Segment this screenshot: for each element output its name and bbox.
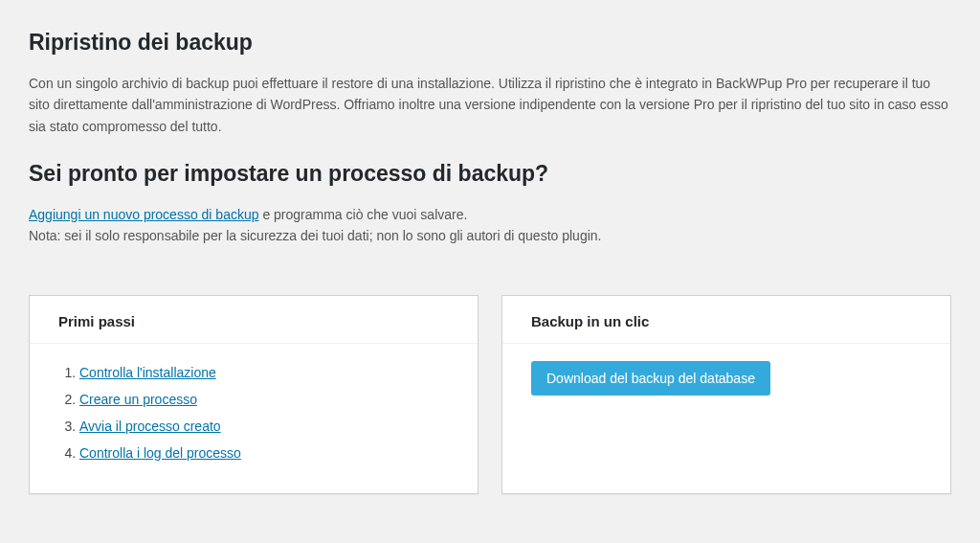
boxes-row: Primi passi Controlla l'installazione Cr…: [29, 295, 951, 494]
list-item: Controlla l'installazione: [79, 359, 458, 386]
list-item: Avvia il processo creato: [79, 413, 458, 440]
add-job-link[interactable]: Aggiungi un nuovo processo di backup: [29, 207, 259, 222]
download-db-backup-button[interactable]: Download del backup del database: [531, 361, 770, 396]
step-link-run-job[interactable]: Avvia il processo creato: [79, 419, 221, 434]
step-link-create-job[interactable]: Creare un processo: [79, 392, 197, 407]
one-click-title: Backup in un clic: [502, 296, 950, 344]
restore-heading: Ripristino dei backup: [29, 29, 951, 57]
list-item: Controlla i log del processo: [79, 440, 458, 466]
list-item: Creare un processo: [79, 386, 458, 413]
ready-heading: Sei pronto per impostare un processo di …: [29, 160, 951, 189]
step-link-check-installation[interactable]: Controlla l'installazione: [79, 365, 216, 380]
add-job-suffix: e programma ciò che vuoi salvare.: [259, 207, 468, 222]
first-steps-body: Controlla l'installazione Creare un proc…: [30, 344, 478, 493]
restore-description: Con un singolo archivio di backup puoi e…: [29, 73, 951, 137]
step-link-check-logs[interactable]: Controlla i log del processo: [79, 445, 241, 461]
add-job-line: Aggiungi un nuovo processo di backup e p…: [29, 204, 951, 225]
one-click-body: Download del backup del database: [502, 344, 950, 422]
first-steps-title: Primi passi: [30, 296, 478, 344]
first-steps-box: Primi passi Controlla l'installazione Cr…: [29, 295, 479, 494]
one-click-box: Backup in un clic Download del backup de…: [501, 295, 951, 494]
first-steps-list: Controlla l'installazione Creare un proc…: [58, 359, 458, 466]
note-text: Nota: sei il solo responsabile per la si…: [29, 225, 951, 246]
